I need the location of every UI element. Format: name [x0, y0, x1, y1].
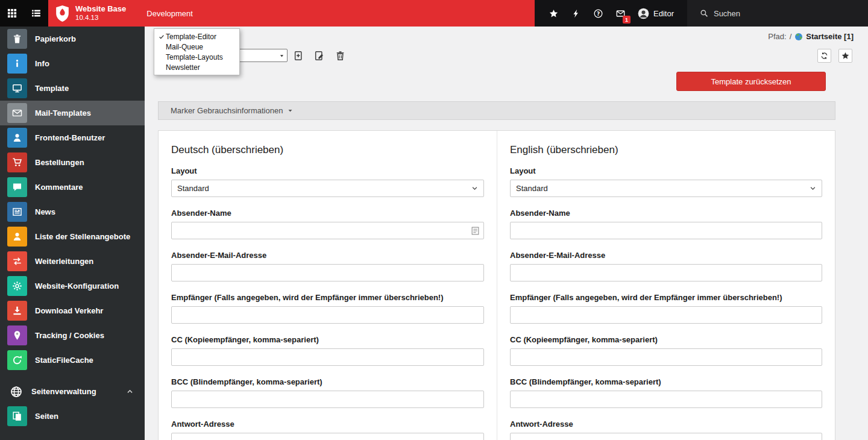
sidebar: PapierkorbInfoTemplateMail-TemplatesFron…	[0, 27, 145, 440]
sidebar-item-label: Papierkorb	[35, 34, 76, 43]
delete-template-button[interactable]	[332, 48, 348, 63]
user-label: Editor	[653, 9, 674, 18]
antwort-adresse-input[interactable]	[510, 433, 822, 440]
field-layout: LayoutStandard	[171, 166, 484, 197]
sidebar-items: PapierkorbInfoTemplateMail-TemplatesFron…	[0, 27, 145, 429]
template-form-panel: Deutsch (überschrieben)LayoutStandardAbs…	[158, 130, 835, 440]
field-label: CC (Kopieempfänger, komma-separiert)	[171, 335, 484, 344]
dropdown-option-label: Mail-Queue	[166, 43, 203, 51]
bcc-input[interactable]	[510, 391, 822, 408]
sidebar-item-mail-templates[interactable]: Mail-Templates	[0, 101, 145, 125]
template-reset-button[interactable]: Template zurücksetzen	[676, 72, 826, 91]
layout-select[interactable]: Standard	[171, 180, 484, 197]
sidebar-item-news[interactable]: News	[0, 200, 145, 224]
fav-star-icon	[841, 52, 849, 60]
sidebar-item-seiten[interactable]: Seiten	[0, 404, 145, 429]
marker-info-toggle[interactable]: Marker Gebrauchsinformationen	[158, 101, 835, 120]
cc-input[interactable]	[171, 348, 484, 366]
sidebar-item-bestellungen[interactable]: Bestellungen	[0, 150, 145, 175]
pages-icon	[7, 406, 27, 426]
dropdown-option-mail-queue[interactable]: Mail-Queue	[154, 42, 239, 52]
breadcrumb-page-link[interactable]: Startseite [1]	[806, 32, 854, 41]
sidebar-item-liste-der-stellenangebote[interactable]: Liste der Stellenangebote	[0, 224, 145, 249]
sidebar-item-label: Seiten	[35, 412, 58, 421]
delete-template-icon	[335, 51, 345, 61]
add-template-button[interactable]	[290, 48, 306, 63]
dropdown-option-newsletter[interactable]: Newsletter	[154, 62, 239, 72]
template-icon	[7, 78, 27, 98]
sidebar-item-label: News	[35, 207, 55, 216]
breadcrumb-root-link[interactable]: /	[790, 32, 792, 41]
field-input-wrap	[510, 348, 822, 366]
info-icon	[7, 54, 27, 74]
field-cc: CC (Kopieempfänger, komma-separiert)	[171, 335, 484, 366]
sidebar-item-tracking-cookies[interactable]: Tracking / Cookies	[0, 323, 145, 348]
absender-e-mail-adresse-input[interactable]	[171, 264, 484, 281]
field-input-wrap	[510, 264, 822, 281]
favorites-button[interactable]	[542, 0, 565, 27]
field-cc: CC (Kopieempfänger, komma-separiert)	[510, 335, 822, 366]
quick-actions-button[interactable]	[565, 0, 587, 27]
help-button[interactable]: ?	[587, 0, 609, 27]
layout-select[interactable]: Standard	[510, 180, 822, 197]
cc-input[interactable]	[510, 348, 822, 366]
absender-name-input[interactable]	[510, 222, 822, 239]
field-input-wrap	[171, 222, 484, 239]
edit-template-button[interactable]	[311, 48, 327, 63]
brand-area[interactable]: Website Base 10.4.13 Development	[48, 0, 535, 27]
bolt-icon	[571, 9, 580, 18]
form-columns: Deutsch (überschrieben)LayoutStandardAbs…	[159, 131, 835, 440]
sidebar-item-template[interactable]: Template	[0, 76, 145, 101]
dropdown-option-template-layouts[interactable]: Template-Layouts	[154, 52, 239, 62]
bcc-input[interactable]	[171, 391, 484, 408]
field-label: BCC (Blindempfänger, komma-separiert)	[510, 377, 822, 386]
sidebar-item-label: StaticFileCache	[35, 356, 93, 365]
breadcrumb-globe-icon	[794, 33, 803, 41]
sidebar-item-website-konfiguration[interactable]: Website-Konfiguration	[0, 274, 145, 298]
main-content: Pfad: / Startseite [1] Template-Editor T…	[145, 27, 868, 440]
absender-name-input[interactable]	[171, 222, 484, 239]
sidebar-section-seitenverwaltung[interactable]: Seitenverwaltung	[0, 379, 145, 404]
field-empf-nger: Empfänger (Falls angegeben, wird der Emp…	[510, 293, 822, 324]
empf-nger-input[interactable]	[171, 306, 484, 324]
app-grid-button[interactable]	[0, 0, 24, 27]
field-label: CC (Kopieempfänger, komma-separiert)	[510, 335, 822, 344]
form-column-deutsch: Deutsch (überschrieben)LayoutStandardAbs…	[159, 131, 497, 440]
sidebar-item-papierkorb[interactable]: Papierkorb	[0, 27, 145, 51]
sync-button[interactable]	[817, 49, 831, 63]
sidebar-item-frontend-benutzer[interactable]: Frontend-Benutzer	[0, 125, 145, 150]
field-input-wrap	[171, 433, 484, 440]
globe-icon	[10, 386, 22, 398]
sidebar-item-info[interactable]: Info	[0, 51, 145, 76]
field-bcc: BCC (Blindempfänger, komma-separiert)	[510, 377, 822, 408]
favorite-button[interactable]	[838, 49, 852, 63]
dropdown-option-label: Template-Editor	[166, 33, 216, 41]
trash-icon	[7, 29, 27, 49]
antwort-adresse-input[interactable]	[171, 433, 484, 440]
sidebar-item-label: Bestellungen	[35, 158, 84, 167]
cart-icon	[7, 152, 27, 172]
user-avatar-icon	[638, 8, 649, 19]
empf-nger-input[interactable]	[510, 306, 822, 324]
value-picker-icon[interactable]	[471, 226, 480, 236]
field-bcc: BCC (Blindempfänger, komma-separiert)	[171, 377, 484, 408]
topbar: Website Base 10.4.13 Development ? 1 Edi…	[0, 0, 868, 27]
sidebar-item-label: Info	[35, 59, 49, 68]
sidebar-item-kommentare[interactable]: Kommentare	[0, 175, 145, 200]
check-icon	[157, 34, 166, 40]
sidebar-item-label: Kommentare	[35, 183, 83, 192]
dropdown-option-template-editor[interactable]: Template-Editor	[154, 31, 239, 42]
sidebar-item-staticfilecache[interactable]: StaticFileCache	[0, 348, 145, 372]
marker-bar-label: Marker Gebrauchsinformationen	[171, 106, 283, 115]
absender-e-mail-adresse-input[interactable]	[510, 264, 822, 281]
user-menu-button[interactable]: Editor	[632, 0, 682, 27]
sidebar-item-download-verkehr[interactable]: Download Verkehr	[0, 298, 145, 323]
mail-queue-button[interactable]: 1	[609, 0, 632, 27]
brand-name: Website Base	[75, 4, 126, 14]
sidebar-item-weiterleitungen[interactable]: Weiterleitungen	[0, 249, 145, 274]
field-label: Antwort-Adresse	[510, 420, 822, 429]
structure-list-button[interactable]	[24, 0, 48, 27]
field-antwort-adresse: Antwort-Adresse	[510, 420, 822, 440]
field-label: BCC (Blindempfänger, komma-separiert)	[171, 377, 484, 386]
global-search[interactable]: Suchen	[687, 0, 868, 27]
